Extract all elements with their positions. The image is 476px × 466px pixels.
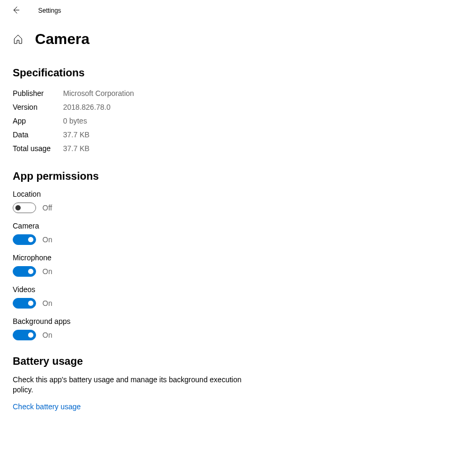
back-button[interactable] [8,3,23,19]
spec-label: App [13,114,63,128]
home-icon[interactable] [13,34,23,45]
toggle-thumb [15,205,21,210]
spec-value: 2018.826.78.0 [63,100,134,114]
page-title: Camera [35,31,90,48]
toggle-row: On [13,330,463,340]
background-apps-toggle[interactable] [13,330,36,340]
permission-microphone: Microphone On [13,253,463,277]
permission-label: Videos [13,285,463,294]
permission-label: Camera [13,222,463,230]
specifications-heading: Specifications [13,67,463,79]
toggle-state-label: On [42,299,52,307]
toggle-thumb [28,237,33,242]
toggle-state-label: On [42,267,52,276]
permission-background-apps: Background apps On [13,317,463,340]
spec-row: Publisher Microsoft Corporation [13,86,134,100]
spec-value: 0 bytes [63,114,134,128]
spec-label: Data [13,128,63,142]
spec-label: Publisher [13,86,63,100]
toggle-thumb [28,269,33,274]
toggle-row: On [13,234,463,245]
battery-usage-heading: Battery usage [13,355,463,367]
permission-label: Background apps [13,317,463,326]
spec-label: Version [13,100,63,114]
toggle-thumb [28,332,33,338]
toggle-state-label: On [42,235,52,244]
videos-toggle[interactable] [13,298,36,309]
toggle-row: On [13,298,463,309]
specifications-table: Publisher Microsoft Corporation Version … [13,86,134,155]
header-bar: Settings [0,0,476,21]
battery-usage-description: Check this app's battery usage and manag… [13,375,246,395]
page-title-row: Camera [0,21,476,52]
permission-location: Location Off [13,190,463,213]
toggle-state-label: On [42,331,52,339]
spec-row: Total usage 37.7 KB [13,142,134,155]
toggle-thumb [28,301,33,306]
spec-row: Version 2018.826.78.0 [13,100,134,114]
permission-camera: Camera On [13,222,463,245]
spec-value: 37.7 KB [63,142,134,155]
content-area: Specifications Publisher Microsoft Corpo… [0,67,476,411]
back-arrow-icon [12,6,20,16]
check-battery-usage-link[interactable]: Check battery usage [13,402,81,411]
spec-row: Data 37.7 KB [13,128,134,142]
app-permissions-heading: App permissions [13,170,463,182]
toggle-row: On [13,266,463,277]
header-app-title: Settings [38,7,61,14]
spec-value: 37.7 KB [63,128,134,142]
permission-label: Location [13,190,463,198]
toggle-state-label: Off [42,204,52,212]
location-toggle[interactable] [13,203,36,213]
microphone-toggle[interactable] [13,266,36,277]
permission-label: Microphone [13,253,463,262]
spec-value: Microsoft Corporation [63,86,134,100]
permission-videos: Videos On [13,285,463,309]
spec-label: Total usage [13,142,63,155]
camera-toggle[interactable] [13,234,36,245]
spec-row: App 0 bytes [13,114,134,128]
toggle-row: Off [13,203,463,213]
